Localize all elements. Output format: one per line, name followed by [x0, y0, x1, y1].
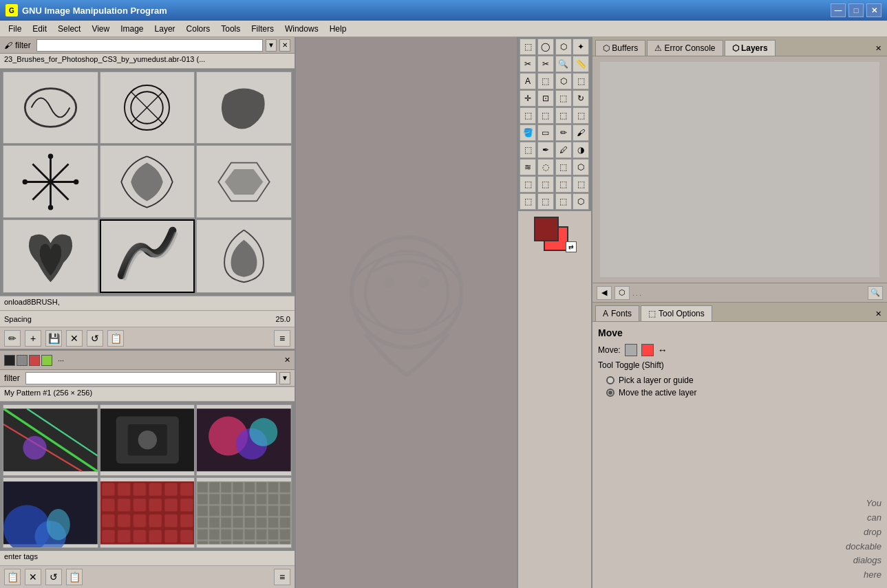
tool-color-picker[interactable]: ⬚	[555, 159, 572, 175]
tool-ink[interactable]: 🖊	[555, 142, 572, 158]
tool-options-close[interactable]: ✕	[873, 307, 884, 321]
tool-brightness[interactable]: ⬚	[555, 176, 572, 193]
color-box-4[interactable]	[41, 355, 52, 366]
pattern-cell-2[interactable]	[100, 404, 195, 476]
tool-paintbrush[interactable]: 🖌	[573, 124, 589, 141]
pattern-filter-dropdown[interactable]: ▼	[279, 372, 290, 384]
tool-airbrush[interactable]: ✒	[537, 142, 554, 158]
brush-panel-close[interactable]: ✕	[279, 39, 290, 52]
menu-windows[interactable]: Windows	[279, 23, 324, 35]
pattern-cell-4[interactable]	[3, 477, 98, 549]
radio-pick-layer[interactable]: Pick a layer or guide	[606, 375, 881, 385]
tool-rect-select[interactable]: ⬚	[520, 39, 536, 55]
brush-save-btn[interactable]: 💾	[45, 330, 62, 347]
tool-posterize[interactable]: ⬚	[537, 193, 554, 210]
tool-scale[interactable]: ⬚	[520, 107, 536, 124]
tool-align[interactable]: ⊡	[537, 90, 554, 107]
radio-pick-layer-dot[interactable]	[606, 376, 615, 384]
tool-hue-saturation[interactable]: ⬚	[520, 176, 536, 193]
menu-file[interactable]: File	[3, 23, 27, 35]
tool-foreground-select[interactable]: ✂	[537, 56, 554, 72]
brush-cell-6[interactable]	[196, 145, 292, 217]
tool-ellipse-select[interactable]: ◯	[537, 39, 554, 55]
tool-curves[interactable]: ⬚	[573, 176, 589, 193]
brush-cell-4[interactable]	[3, 145, 98, 217]
tool-colorize[interactable]: ⬚	[537, 176, 554, 193]
tool-perspective-clone[interactable]: ⬚	[573, 73, 589, 89]
tab-fonts[interactable]: A Fonts	[595, 305, 639, 321]
color-box-1[interactable]	[4, 355, 15, 366]
maximize-button[interactable]: □	[848, 3, 864, 17]
color-box-3[interactable]	[29, 355, 40, 366]
brush-cell-2[interactable]	[100, 72, 195, 144]
menu-layer[interactable]: Layer	[149, 23, 181, 35]
tool-fuzzy-select[interactable]: ✦	[573, 39, 589, 55]
menu-colors[interactable]: Colors	[181, 23, 216, 35]
tool-rotate[interactable]: ↻	[573, 90, 589, 107]
tab-buffers[interactable]: ⬡ Buffers	[595, 40, 645, 56]
pattern-cell-6[interactable]	[196, 477, 292, 549]
tool-text[interactable]: A	[520, 73, 536, 89]
swap-colors-btn[interactable]: ⇄	[566, 241, 577, 252]
tool-desaturate[interactable]: ⬚	[555, 193, 572, 210]
pattern-refresh-btn[interactable]: ↺	[45, 569, 62, 585]
pattern-dots[interactable]: ···	[58, 356, 64, 364]
minimize-button[interactable]: —	[831, 3, 846, 17]
tool-free-select[interactable]: ⬡	[555, 39, 572, 55]
pattern-filter-input[interactable]	[25, 372, 277, 384]
move-arrow-btn[interactable]: ↔	[658, 345, 667, 356]
tool-bucket-fill[interactable]: 🪣	[520, 124, 536, 141]
tool-blend[interactable]: ▭	[537, 124, 554, 141]
pattern-cell-5[interactable]	[100, 477, 195, 549]
tool-levels[interactable]: ⬚	[520, 193, 536, 210]
menu-tools[interactable]: Tools	[215, 23, 246, 35]
foreground-color[interactable]	[534, 217, 559, 241]
tool-flip[interactable]: ⬚	[573, 107, 589, 124]
menu-view[interactable]: View	[86, 23, 115, 35]
panel-options-btn[interactable]: ✕	[873, 41, 884, 56]
brush-cell-3[interactable]	[196, 72, 292, 144]
tab-error-console[interactable]: ⚠ Error Console	[647, 40, 723, 56]
brush-cell-5[interactable]	[100, 145, 195, 217]
brush-edit-btn[interactable]: ✏	[4, 330, 21, 347]
tool-color-balance[interactable]: ⬡	[573, 159, 589, 175]
tool-smudge[interactable]: ≋	[520, 159, 536, 175]
tool-scissors[interactable]: ✂	[520, 56, 536, 72]
tool-perspective[interactable]: ⬚	[555, 107, 572, 124]
brush-filter-dropdown[interactable]: ▼	[266, 39, 277, 52]
canvas-nav-zoom[interactable]: 🔍	[868, 286, 883, 300]
close-button[interactable]: ✕	[866, 3, 881, 17]
move-color-red[interactable]	[641, 344, 654, 356]
brush-cell-8[interactable]	[100, 219, 195, 293]
canvas-nav-page[interactable]: ⬡	[615, 286, 630, 300]
color-box-2[interactable]	[17, 355, 28, 366]
radio-move-active[interactable]: Move the active layer	[606, 388, 881, 398]
menu-edit[interactable]: Edit	[27, 23, 52, 35]
brush-menu-btn[interactable]: ≡	[274, 330, 290, 347]
tool-shear[interactable]: ⬚	[537, 107, 554, 124]
brush-delete-btn[interactable]: ✕	[66, 330, 83, 347]
brush-cell-9[interactable]	[196, 219, 292, 293]
pattern-export-btn[interactable]: 📋	[66, 569, 83, 585]
tool-measure[interactable]: 📏	[573, 56, 589, 72]
menu-select[interactable]: Select	[52, 23, 86, 35]
tool-zoom[interactable]: 🔍	[555, 56, 572, 72]
pattern-cell-3[interactable]	[196, 404, 292, 476]
tool-heal[interactable]: ⬡	[555, 73, 572, 89]
brush-filter-input[interactable]	[36, 39, 263, 52]
tool-convolve[interactable]: ◌	[537, 159, 554, 175]
tool-dodge-burn[interactable]: ◑	[573, 142, 589, 158]
brush-cell-1[interactable]	[3, 72, 98, 144]
menu-filters[interactable]: Filters	[246, 23, 279, 35]
pattern-panel-close[interactable]: ✕	[284, 356, 290, 364]
pattern-menu-btn[interactable]: ≡	[274, 569, 290, 585]
tool-move[interactable]: ✛	[520, 90, 536, 107]
tool-clone[interactable]: ⬚	[537, 73, 554, 89]
move-color-gray[interactable]	[625, 344, 637, 356]
brush-cell-7[interactable]	[3, 219, 98, 293]
radio-move-active-dot[interactable]	[606, 389, 615, 397]
menu-help[interactable]: Help	[324, 23, 352, 35]
tool-script[interactable]: ⬡	[573, 193, 589, 210]
pattern-cell-1[interactable]	[3, 404, 98, 476]
tool-pencil[interactable]: ✏	[555, 124, 572, 141]
